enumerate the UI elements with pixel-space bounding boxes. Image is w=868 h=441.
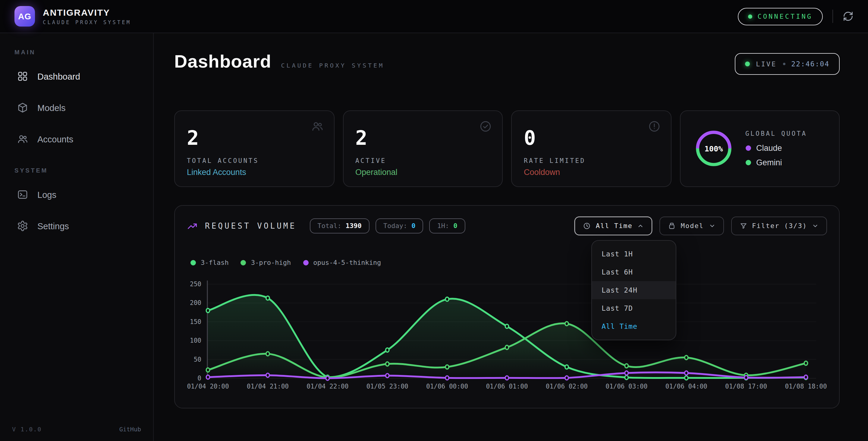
svg-text:01/04 21:00: 01/04 21:00 [247,383,289,390]
filter-dropdown-button[interactable]: Filter (3/3) [731,216,827,235]
page-title: Dashboard [174,51,271,72]
time-range-button[interactable]: All Time [575,216,652,235]
stat-card-rate-limited: 0 RATE LIMITED Cooldown [511,110,671,187]
stats-row: 2 TOTAL ACCOUNTS Linked Accounts 2 ACTIV… [174,110,840,185]
svg-text:01/05 23:00: 01/05 23:00 [367,383,408,390]
badge-value: 0 [411,222,415,230]
sidebar-section-label: SYSTEM [14,167,138,174]
quota-legend-gemini: Gemini [745,158,807,168]
legend-item-opus-4-5-thinking[interactable]: opus-4-5-thinking [303,259,381,267]
stat-sub: Cooldown [524,168,658,176]
sidebar-item-logs[interactable]: Logs [11,182,142,207]
svg-text:01/04 22:00: 01/04 22:00 [307,383,348,390]
badge-value: 1390 [346,222,362,230]
quota-ring: 100% [692,127,735,170]
badge-label: Total: [317,222,341,230]
dropdown-item-all-time[interactable]: All Time [592,317,676,335]
sidebar-item-models[interactable]: Models [11,95,142,120]
legend-label: opus-4-5-thinking [313,259,381,267]
logo-initials: AG [18,11,31,21]
app-logo: AG [14,6,35,27]
sidebar-item-accounts[interactable]: Accounts [11,127,142,151]
stat-label: ACTIVE [355,156,490,164]
live-clock: 22:46:04 [791,60,830,68]
funnel-icon [739,222,747,230]
legend-dot-icon [745,160,751,166]
dashboard-icon [17,70,28,82]
svg-text:50: 50 [194,356,201,363]
sidebar-item-label: Dashboard [37,71,80,81]
models-icon [17,102,28,113]
dropdown-item-last-7d[interactable]: Last 7D [592,299,676,317]
svg-text:100: 100 [190,337,201,344]
sidebar-item-settings[interactable]: Settings [11,213,142,238]
live-dot [745,62,750,66]
settings-icon [17,220,28,232]
chevron-up-icon [638,223,644,229]
app-header: AG ANTIGRAVITY CLAUDE PROXY SYSTEM CONNE… [0,0,868,33]
users-icon [311,120,323,135]
svg-text:01/06 02:00: 01/06 02:00 [546,383,588,390]
stat-label: TOTAL ACCOUNTS [187,156,321,164]
svg-text:200: 200 [190,299,201,306]
sidebar-section-label: MAIN [14,49,138,56]
header-divider [832,10,833,23]
dropdown-item-last-1h[interactable]: Last 1H [592,245,676,263]
model-dropdown-label: Model [681,222,704,230]
svg-text:01/06 00:00: 01/06 00:00 [426,383,468,390]
request-volume-panel: REQUEST VOLUME Total:1390Today:01H:0 All… [174,205,840,408]
package-icon [668,222,676,230]
quota-legend-claude: Claude [745,144,807,153]
volume-badge-today: Today:0 [375,218,424,233]
quota-legend: ClaudeGemini [745,144,807,168]
model-dropdown-button[interactable]: Model [660,216,724,235]
badge-value: 0 [453,222,457,230]
volume-badge-total: Total:1390 [310,218,370,233]
dropdown-item-last-6h[interactable]: Last 6H [592,263,676,281]
sidebar-item-label: Logs [37,190,56,199]
legend-dot-icon [303,260,308,265]
stat-value: 2 [187,128,321,149]
panel-title: REQUEST VOLUME [205,222,296,231]
time-range-dropdown: Last 1HLast 6HLast 24HLast 7DAll Time [591,240,676,340]
connection-status-dot [748,14,752,19]
live-status-badge: LIVE 22:46:04 [735,53,840,75]
global-quota-card: 100% GLOBAL QUOTA ClaudeGemini [680,110,840,187]
clock-icon [583,222,591,230]
svg-text:01/06 04:00: 01/06 04:00 [665,383,707,390]
svg-text:01/08 18:00: 01/08 18:00 [785,383,827,390]
live-separator-dot [783,63,785,65]
request-volume-chart: 05010015020025001/04 20:0001/04 21:0001/… [175,266,840,409]
legend-dot-icon [190,260,196,265]
legend-dot-icon [241,260,246,265]
stat-label: RATE LIMITED [524,156,658,164]
volume-badge-1h: 1H:0 [429,218,465,233]
chart-legend: 3-flash3-pro-highopus-4-5-thinking [190,259,381,267]
brand-name: ANTIGRAVITY [43,7,131,18]
trend-up-icon [187,220,198,231]
badge-label: Today: [383,222,407,230]
alert-circle-icon [648,120,660,135]
page-subtitle: CLAUDE PROXY SYSTEM [281,62,384,69]
brand-tagline: CLAUDE PROXY SYSTEM [43,19,131,25]
legend-label: 3-flash [201,259,229,267]
brand-block: ANTIGRAVITY CLAUDE PROXY SYSTEM [43,7,131,25]
legend-item-3-flash[interactable]: 3-flash [190,259,229,267]
main-content: Dashboard CLAUDE PROXY SYSTEM LIVE 22:46… [154,33,868,441]
sidebar-section-main: MAINDashboardModelsAccounts [11,49,142,151]
refresh-button[interactable] [843,11,854,22]
sidebar-item-dashboard[interactable]: Dashboard [11,64,142,89]
quota-legend-label: Claude [756,144,782,153]
quota-legend-label: Gemini [756,158,782,168]
legend-item-3-pro-high[interactable]: 3-pro-high [241,259,291,267]
app-window: AG ANTIGRAVITY CLAUDE PROXY SYSTEM CONNE… [0,0,868,441]
dropdown-item-last-24h[interactable]: Last 24H [592,281,676,299]
sidebar-section-system: SYSTEMLogsSettings [11,167,142,238]
svg-text:250: 250 [190,281,201,288]
stat-sub: Operational [355,168,490,176]
sidebar-item-label: Accounts [37,134,73,144]
svg-text:150: 150 [190,318,201,325]
github-link[interactable]: GitHub [119,426,141,433]
quota-label: GLOBAL QUOTA [745,130,807,137]
svg-text:01/06 03:00: 01/06 03:00 [606,383,647,390]
